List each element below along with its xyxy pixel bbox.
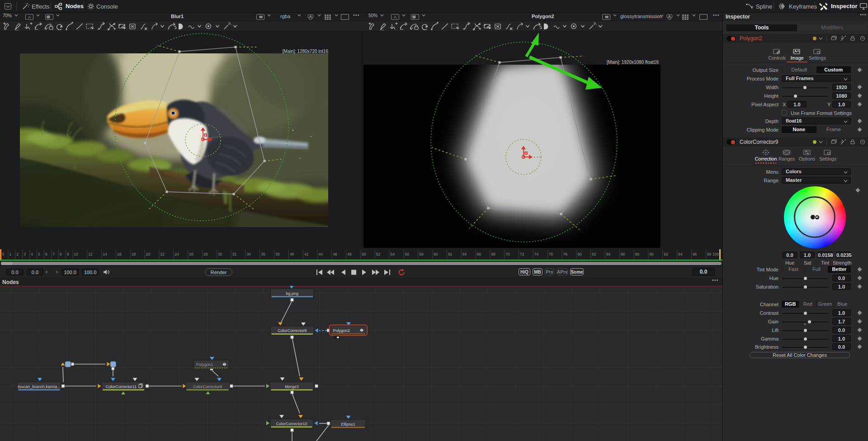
svg-text:90: 90 [649,252,654,256]
svg-text:86: 86 [621,252,625,256]
svg-text:42: 42 [304,252,309,256]
svg-text:Merge3: Merge3 [285,384,299,389]
svg-text:100: 100 [712,252,719,256]
svg-text:7: 7 [52,252,55,256]
svg-text:ColorCorrector11: ColorCorrector11 [106,384,137,389]
svg-text:92: 92 [664,252,668,256]
svg-text:toucan_branch.karma...: toucan_branch.karma... [18,384,61,389]
svg-text:50: 50 [362,252,366,256]
svg-text:4: 4 [31,252,33,256]
svg-text:68: 68 [491,252,495,256]
svg-text:ColorCorrector9: ColorCorrector9 [278,328,307,333]
svg-text:[Main]: 1920x1080 float16: [Main]: 1920x1080 float16 [607,60,659,65]
svg-text:ColorCorrector8: ColorCorrector8 [193,384,222,389]
svg-text:Polygon1: Polygon1 [196,362,213,367]
svg-text:54: 54 [391,252,395,256]
svg-text:46: 46 [333,252,337,256]
svg-text:Polygon2: Polygon2 [333,328,350,333]
svg-text:14: 14 [103,252,107,256]
svg-text:36: 36 [261,252,265,256]
svg-text:72: 72 [520,252,524,256]
svg-text:66: 66 [477,252,481,256]
svg-text:A: A [28,14,31,19]
svg-text:12: 12 [88,252,93,256]
svg-text:38: 38 [275,252,280,256]
svg-text:Ellipse1: Ellipse1 [341,422,355,427]
svg-text:26: 26 [189,252,193,256]
svg-text:10: 10 [74,252,79,256]
svg-text:82: 82 [592,252,596,256]
svg-text:74: 74 [534,252,539,256]
svg-text:22: 22 [160,252,165,256]
svg-text:76: 76 [549,252,553,256]
svg-text:64: 64 [462,252,467,256]
svg-text:9: 9 [67,252,69,256]
svg-text:24: 24 [175,252,179,256]
svg-text:0: 0 [2,252,5,256]
svg-text:34: 34 [246,252,251,256]
svg-text:78: 78 [563,252,568,256]
svg-text:62: 62 [448,252,453,256]
svg-text:[Main]: 1280x720 int16: [Main]: 1280x720 int16 [283,49,329,54]
svg-text:16: 16 [117,252,122,256]
svg-text:bg.png: bg.png [286,291,298,296]
svg-text:30: 30 [218,252,222,256]
svg-text:5: 5 [38,252,40,256]
svg-text:44: 44 [319,252,323,256]
svg-text:8: 8 [60,252,62,256]
svg-text:3: 3 [24,252,26,256]
svg-text:56: 56 [405,252,410,256]
svg-text:ColorCorrector10: ColorCorrector10 [276,422,307,426]
svg-text:52: 52 [376,252,381,256]
svg-text:88: 88 [635,252,640,256]
svg-text:94: 94 [678,252,683,256]
svg-text:70: 70 [505,252,510,256]
svg-text:40: 40 [290,252,294,256]
svg-text:98: 98 [707,252,712,256]
svg-text:80: 80 [577,252,582,256]
svg-text:6: 6 [45,252,47,256]
svg-text:60: 60 [434,252,438,256]
svg-text:18: 18 [132,252,136,256]
svg-text:20: 20 [146,252,151,256]
svg-text:58: 58 [419,252,424,256]
svg-text:2: 2 [16,252,19,256]
svg-text:1: 1 [9,252,11,256]
svg-text:96: 96 [693,252,697,256]
svg-text:32: 32 [232,252,237,256]
svg-text:48: 48 [347,252,352,256]
svg-text:84: 84 [606,252,611,256]
svg-text:28: 28 [203,252,208,256]
